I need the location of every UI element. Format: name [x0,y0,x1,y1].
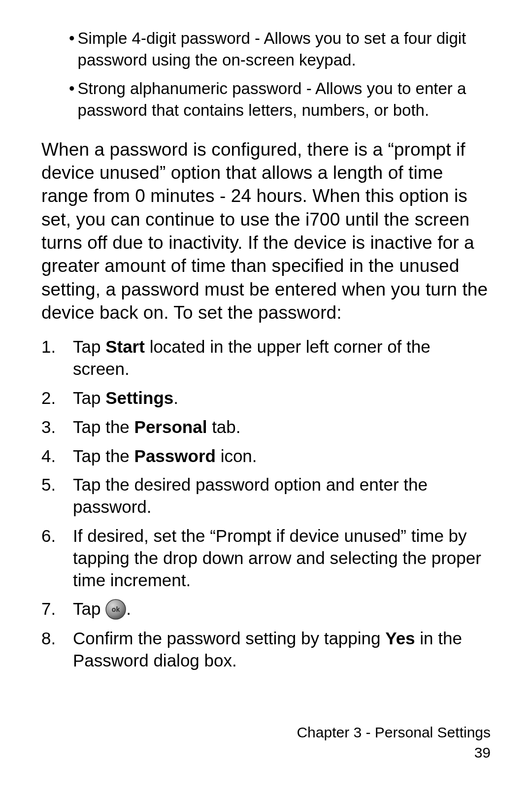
step-number: 3. [41,416,73,438]
ok-icon: ok [105,599,126,620]
text-pre: Tap [73,599,105,618]
step-number: 4. [41,445,73,467]
text-bold: Start [105,337,145,356]
text-bold: Personal [134,417,207,436]
body-paragraph: When a password is configured, there is … [41,138,491,325]
chapter-label: Chapter 3 - Personal Settings [297,723,491,743]
text-pre: Tap [73,388,105,407]
text-bold: Settings [105,388,173,407]
list-item: 7. Tap ok . [41,598,491,621]
step-number: 2. [41,387,73,409]
list-item-text: Simple 4-digit password - Allows you to … [78,28,481,71]
page-number: 39 [297,743,491,763]
text-pre: Tap [73,337,105,356]
list-item: 8. Confirm the password setting by tappi… [41,628,491,672]
text-post: . [126,599,131,618]
step-number: 7. [41,598,73,621]
step-number: 5. [41,474,73,518]
step-number: 6. [41,525,73,591]
text-pre: Tap the [73,446,134,466]
step-text: If desired, set the “Prompt if device un… [73,525,491,591]
text-pre: Tap the [73,417,134,436]
text-post: tab. [207,417,240,436]
ok-label: ok [112,605,120,613]
list-item: 3. Tap the Personal tab. [41,416,491,438]
page: • Simple 4-digit password - Allows you t… [0,0,532,799]
list-item: 4. Tap the Password icon. [41,445,491,467]
text-bold: Yes [385,629,415,648]
list-item: 1. Tap Start located in the upper left c… [41,336,491,380]
list-item: 5. Tap the desired password option and e… [41,474,491,518]
text-post: . [173,388,178,407]
list-item: • Strong alphanumeric password - Allows … [69,78,481,121]
bullet-icon: • [69,78,78,121]
text-pre: Confirm the password setting by tapping [73,629,385,648]
text-bold: Password [134,446,216,466]
step-text: Tap ok . [73,598,491,621]
step-number: 8. [41,628,73,672]
step-text: Tap Start located in the upper left corn… [73,336,491,380]
step-text: Tap the Password icon. [73,445,491,467]
step-text: Tap Settings. [73,387,491,409]
bullet-list: • Simple 4-digit password - Allows you t… [69,28,481,121]
list-item-text: Strong alphanumeric password - Allows yo… [78,78,481,121]
numbered-list: 1. Tap Start located in the upper left c… [41,336,491,671]
text-post: icon. [216,446,257,466]
list-item: 2. Tap Settings. [41,387,491,409]
step-text: Confirm the password setting by tapping … [73,628,491,672]
step-number: 1. [41,336,73,380]
list-item: 6. If desired, set the “Prompt if device… [41,525,491,591]
list-item: • Simple 4-digit password - Allows you t… [69,28,481,71]
step-text: Tap the Personal tab. [73,416,491,438]
step-text: Tap the desired password option and ente… [73,474,491,518]
page-footer: Chapter 3 - Personal Settings 39 [297,723,491,763]
bullet-icon: • [69,28,78,71]
